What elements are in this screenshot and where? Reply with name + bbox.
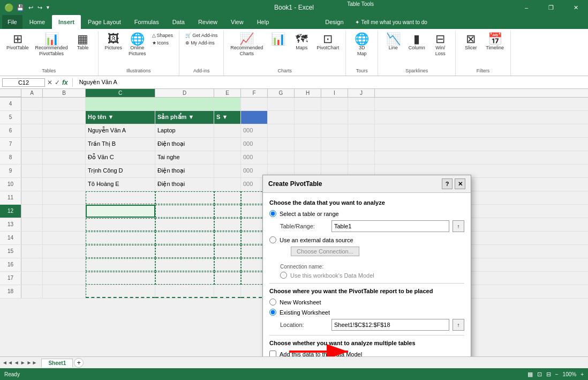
scroll-prev-btn[interactable]: ◄: [14, 360, 19, 366]
cell-a13[interactable]: [21, 218, 43, 231]
table-btn[interactable]: ▦ Table: [72, 32, 94, 52]
undo-btn[interactable]: ↩: [28, 4, 33, 11]
bar-chart-btn[interactable]: 📊: [267, 32, 289, 46]
tab-file[interactable]: File: [2, 15, 22, 29]
formula-cancel[interactable]: ✕: [47, 79, 52, 86]
scroll-left-btn[interactable]: ◄◄: [2, 360, 13, 366]
radio-select-table-input[interactable]: [269, 210, 276, 217]
slicer-btn[interactable]: ⊠ Slicer: [460, 32, 481, 52]
cell-c5[interactable]: Họ tên ▼: [86, 111, 155, 124]
cell-d14[interactable]: [155, 232, 214, 244]
pictures-btn[interactable]: 🖼 Pictures: [103, 32, 125, 52]
tab-home[interactable]: Home: [23, 15, 51, 29]
zoom-in[interactable]: +: [581, 371, 584, 377]
cell-a14[interactable]: [21, 232, 43, 244]
cell-b13[interactable]: [43, 218, 86, 231]
tab-data[interactable]: Data: [166, 15, 191, 29]
table-range-browse-btn[interactable]: ↑: [453, 220, 464, 232]
cell-a11[interactable]: [21, 191, 43, 204]
cell-g7[interactable]: [268, 138, 295, 151]
close-btn[interactable]: ✕: [563, 0, 588, 15]
cell-i6[interactable]: [321, 124, 348, 137]
cell-c8[interactable]: Đỗ Văn C: [86, 151, 155, 164]
cell-e10[interactable]: [214, 178, 241, 191]
cell-h4[interactable]: [295, 98, 321, 110]
cell-a5[interactable]: [21, 111, 43, 124]
cell-a8[interactable]: [21, 151, 43, 164]
cell-e8[interactable]: [214, 151, 241, 164]
cell-d15[interactable]: [155, 245, 214, 258]
cell-g4[interactable]: [268, 98, 295, 110]
cell-i8[interactable]: [321, 151, 348, 164]
pivot-chart-btn[interactable]: ⊡ PivotChart: [314, 32, 341, 52]
cell-e16[interactable]: [214, 258, 241, 271]
cell-j5[interactable]: [348, 111, 375, 124]
cell-a17[interactable]: [21, 272, 43, 285]
online-pictures-btn[interactable]: 🌐 Online Pictures: [126, 32, 148, 58]
cell-f8[interactable]: 000: [241, 151, 268, 164]
scroll-right-btn[interactable]: ►►: [27, 360, 37, 366]
cell-d13[interactable]: [155, 218, 214, 231]
cell-e11[interactable]: [214, 191, 241, 204]
formula-confirm[interactable]: ✓: [55, 79, 60, 86]
cell-h7[interactable]: [295, 138, 321, 151]
view-page-break[interactable]: ⊟: [546, 371, 551, 378]
cell-e12[interactable]: [214, 205, 241, 218]
add-sheet-btn[interactable]: +: [74, 358, 84, 368]
my-addins-btn[interactable]: ⊕ My Add-ins: [184, 40, 219, 46]
cell-h8[interactable]: [295, 151, 321, 164]
cell-d10[interactable]: Điện thoại: [155, 178, 214, 191]
cell-d6[interactable]: Laptop: [155, 124, 214, 137]
view-layout[interactable]: ⊡: [537, 371, 542, 378]
scroll-next-btn[interactable]: ►: [20, 360, 26, 366]
cell-a7[interactable]: [21, 138, 43, 151]
tab-view[interactable]: View: [224, 15, 250, 29]
cell-e13[interactable]: [214, 218, 241, 231]
cell-e17[interactable]: [214, 272, 241, 285]
recommended-pivottables-btn[interactable]: 📊 Recommended PivotTables: [33, 32, 70, 58]
cell-c11[interactable]: [86, 191, 155, 204]
pivot-table-btn[interactable]: ⊞ PivotTable: [4, 32, 31, 52]
dialog-close-btn[interactable]: ✕: [455, 178, 465, 189]
cell-b18[interactable]: [43, 285, 86, 298]
cell-a9[interactable]: [21, 165, 43, 177]
3d-map-btn[interactable]: 🌐 3D Map: [351, 32, 373, 58]
tab-review[interactable]: Review: [192, 15, 224, 29]
cell-d12[interactable]: [155, 205, 214, 218]
cell-b17[interactable]: [43, 272, 86, 285]
cell-d9[interactable]: Điện thoại: [155, 165, 214, 177]
cell-f4[interactable]: [241, 98, 268, 110]
cell-b11[interactable]: [43, 191, 86, 204]
cell-c13[interactable]: [86, 218, 155, 231]
radio-existing-worksheet-input[interactable]: [269, 309, 276, 316]
choose-connection-btn[interactable]: Choose Connection...: [291, 247, 359, 256]
radio-new-worksheet-input[interactable]: [269, 299, 276, 306]
cell-b12[interactable]: [43, 205, 86, 218]
cell-b14[interactable]: [43, 232, 86, 244]
cell-b4[interactable]: [43, 98, 86, 110]
cell-h6[interactable]: [295, 124, 321, 137]
tab-insert[interactable]: Insert: [52, 15, 81, 29]
cell-d18[interactable]: [155, 285, 214, 298]
cell-c15[interactable]: [86, 245, 155, 258]
cell-c10[interactable]: Tô Hoàng E: [86, 178, 155, 191]
cell-f6[interactable]: 000: [241, 124, 268, 137]
line-btn[interactable]: 📉 Line: [382, 32, 404, 52]
formula-input[interactable]: [77, 79, 586, 86]
cell-j6[interactable]: [348, 124, 375, 137]
cell-c17[interactable]: [86, 272, 155, 285]
cell-d7[interactable]: Điện thoại: [155, 138, 214, 151]
function-btn[interactable]: fx: [62, 79, 68, 86]
cell-c18[interactable]: [86, 285, 155, 298]
maps-btn[interactable]: 🗺 Maps: [291, 32, 312, 52]
win-loss-btn[interactable]: ⊟ Win/ Loss: [429, 32, 451, 58]
cell-d16[interactable]: [155, 258, 214, 271]
redo-btn[interactable]: ↪: [37, 4, 42, 11]
cell-a4[interactable]: [21, 98, 43, 110]
cell-j4[interactable]: [348, 98, 375, 110]
cell-c9[interactable]: Trịnh Công D: [86, 165, 155, 177]
cell-e5[interactable]: S ▼: [214, 111, 241, 124]
cell-a18[interactable]: [21, 285, 43, 298]
cell-e18[interactable]: [214, 285, 241, 298]
cell-b8[interactable]: [43, 151, 86, 164]
